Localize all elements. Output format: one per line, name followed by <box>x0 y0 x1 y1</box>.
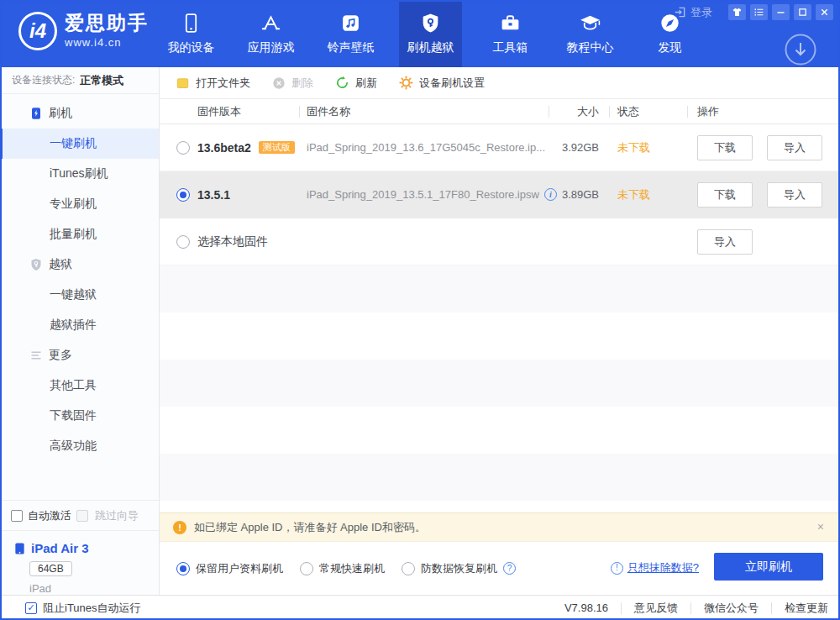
block-itunes-checkbox[interactable]: ✓ <box>25 602 37 614</box>
mode-radio[interactable] <box>300 562 313 575</box>
firmware-row-13-6beta2[interactable]: 13.6beta2 测试版 iPad_Spring_2019_13.6_17G5… <box>160 124 840 171</box>
download-manager-button[interactable] <box>783 32 818 67</box>
refresh-button[interactable]: 刷新 <box>335 76 377 91</box>
status-bar: ✓ 阻止iTunes自动运行 V7.98.16 意见反馈 微信公众号 检查更新 <box>0 595 840 620</box>
jailbreak-shield-icon <box>29 258 43 271</box>
sidebar-item-flash-section[interactable]: 刷机 <box>0 98 159 129</box>
nav-toolbox[interactable]: 工具箱 <box>479 0 542 67</box>
firmware-toolbar: 打开文件夹 删除 刷新 设备刷机设置 <box>160 67 840 99</box>
sidebar-item-more-section[interactable]: 更多 <box>0 340 159 370</box>
minimize-button[interactable] <box>772 4 790 20</box>
device-model: iPad <box>29 582 159 595</box>
mode-radio[interactable] <box>402 562 415 575</box>
logo-monogram-icon: i4 <box>18 12 57 50</box>
warning-icon: ! <box>173 521 186 534</box>
app-title: 爱思助手 <box>65 13 149 33</box>
flash-phone-icon <box>29 107 43 120</box>
sidebar-item-jailbreak-plugins[interactable]: 越狱插件 <box>0 310 159 340</box>
divider <box>690 602 691 614</box>
firmware-size: 3.92GB <box>549 124 609 171</box>
theme-skin-button[interactable] <box>728 4 746 20</box>
skip-setup-checkbox[interactable]: ✓ <box>76 510 88 522</box>
close-icon <box>819 7 830 18</box>
import-firmware-button[interactable]: 导入 <box>767 135 822 160</box>
col-actions: 操作 <box>687 99 840 124</box>
download-firmware-button[interactable]: 下载 <box>697 182 753 208</box>
help-icon[interactable]: ? <box>503 562 516 575</box>
firmware-radio[interactable] <box>176 235 190 249</box>
sidebar-options: ✓ 自动激活 ✓ 跳过向导 <box>0 500 159 531</box>
firmware-filename: iPad_Spring_2019_13.5.1_17F80_Restore.ip… <box>307 188 539 201</box>
nav-apps-games[interactable]: 应用游戏 <box>239 0 302 67</box>
erase-data-link[interactable]: ! 只想抹除数据? <box>611 560 699 575</box>
delete-circle-icon <box>272 76 286 90</box>
nav-ringtones-wallpapers[interactable]: 铃声壁纸 <box>319 0 382 67</box>
sidebar-item-other-tools[interactable]: 其他工具 <box>0 370 159 401</box>
maximize-button[interactable] <box>794 4 811 20</box>
folder-icon <box>176 76 190 90</box>
flash-now-button[interactable]: 立即刷机 <box>714 553 823 581</box>
device-info-panel[interactable]: iPad Air 3 64GB iPad <box>0 531 159 595</box>
firmware-row-13-5-1[interactable]: 13.5.1 iPad_Spring_2019_13.5.1_17F80_Res… <box>160 171 840 218</box>
divider <box>771 602 772 614</box>
tutorial-icon <box>579 12 601 34</box>
gear-icon <box>399 76 413 90</box>
auto-activate-checkbox[interactable]: ✓ <box>11 510 23 522</box>
firmware-radio[interactable] <box>176 188 190 202</box>
minimize-icon <box>775 7 786 18</box>
maximize-icon <box>797 7 808 18</box>
device-icon <box>180 12 202 34</box>
skip-setup-label: 跳过向导 <box>95 508 139 523</box>
device-capacity-badge: 64GB <box>29 561 72 576</box>
download-firmware-button[interactable]: 下载 <box>697 135 753 160</box>
device-flash-settings-button[interactable]: 设备刷机设置 <box>399 76 485 91</box>
mode-normal-fast-flash[interactable]: 常规快速刷机 <box>300 561 385 576</box>
nav-tutorials[interactable]: 教程中心 <box>559 0 622 67</box>
sidebar-item-download-firmware[interactable]: 下载固件 <box>0 401 159 431</box>
app-window: i4 爱思助手 www.i4.cn 我的设备 应用游戏 铃声壁纸 刷机越狱 <box>0 0 840 620</box>
app-version: V7.98.16 <box>564 602 608 614</box>
firmware-radio[interactable] <box>176 141 190 155</box>
feedback-link[interactable]: 意见反馈 <box>634 601 678 616</box>
sidebar: 设备连接状态: 正常模式 刷机 一键刷机 iTunes刷机 专业刷机 批量刷机 … <box>0 67 160 595</box>
download-status: 未下载 <box>617 140 650 155</box>
sidebar-item-pro-flash[interactable]: 专业刷机 <box>0 189 159 219</box>
mode-keep-user-data[interactable]: 保留用户资料刷机 <box>176 561 283 576</box>
app-logo: i4 爱思助手 www.i4.cn <box>18 12 149 50</box>
tablet-icon <box>13 542 26 555</box>
sidebar-item-advanced-features[interactable]: 高级功能 <box>0 431 159 461</box>
download-status: 未下载 <box>617 187 650 202</box>
sidebar-item-jailbreak-section[interactable]: 越狱 <box>0 250 159 280</box>
import-firmware-button[interactable]: 导入 <box>767 182 822 208</box>
sidebar-item-batch-flash[interactable]: 批量刷机 <box>0 219 159 250</box>
main-nav: 我的设备 应用游戏 铃声壁纸 刷机越狱 工具箱 教程中心 <box>160 0 701 67</box>
check-update-link[interactable]: 检查更新 <box>785 601 828 616</box>
close-button[interactable] <box>816 4 833 20</box>
sidebar-item-one-key-flash[interactable]: 一键刷机 <box>0 129 159 159</box>
flash-options-bar: 保留用户资料刷机 常规快速刷机 防数据恢复刷机 ? ! 只想抹除数据? 立即刷机 <box>160 542 840 595</box>
more-lines-icon <box>29 349 43 362</box>
device-name: iPad Air 3 <box>31 541 89 555</box>
sidebar-item-itunes-flash[interactable]: iTunes刷机 <box>0 159 159 189</box>
divider <box>621 602 622 614</box>
mode-anti-data-recovery[interactable]: 防数据恢复刷机 ? <box>402 561 516 576</box>
wechat-link[interactable]: 微信公众号 <box>704 601 759 616</box>
login-button[interactable]: 登录 <box>674 5 712 20</box>
import-firmware-button[interactable]: 导入 <box>697 229 753 255</box>
notice-text: 如已绑定 Apple ID，请准备好 Apple ID和密码。 <box>194 520 426 535</box>
nav-my-device[interactable]: 我的设备 <box>160 0 223 67</box>
open-folder-button[interactable]: 打开文件夹 <box>176 76 250 91</box>
delete-button[interactable]: 删除 <box>272 76 313 91</box>
firmware-filename: iPad_Spring_2019_13.6_17G5045c_Restore.i… <box>307 141 545 154</box>
block-itunes-label: 阻止iTunes自动运行 <box>43 601 141 616</box>
sidebar-item-one-key-jailbreak[interactable]: 一键越狱 <box>0 280 159 310</box>
nav-flash-jailbreak[interactable]: 刷机越狱 <box>399 0 462 67</box>
apple-id-notice: ! 如已绑定 Apple ID，请准备好 Apple ID和密码。 × <box>160 512 840 542</box>
window-controls: 登录 <box>674 4 833 20</box>
notice-close-icon[interactable]: × <box>817 521 824 533</box>
menu-list-button[interactable] <box>750 4 768 20</box>
local-firmware-row[interactable]: 选择本地固件 导入 <box>160 218 840 265</box>
mode-radio[interactable] <box>176 562 190 575</box>
toolbox-icon <box>499 12 522 34</box>
device-connection-status: 设备连接状态: 正常模式 <box>0 67 159 94</box>
